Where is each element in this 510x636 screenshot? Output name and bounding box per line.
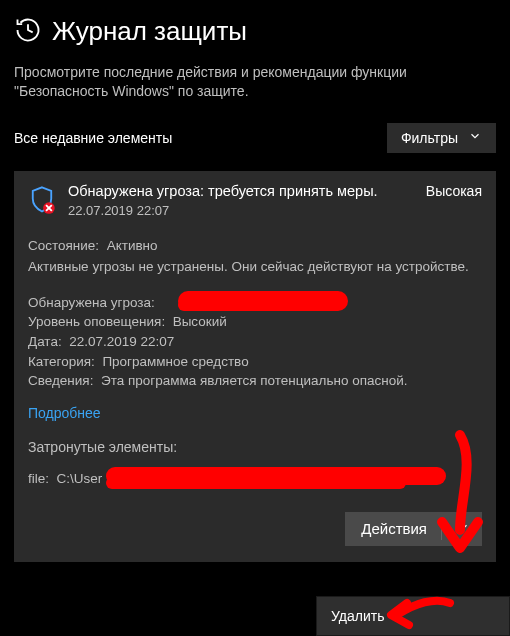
status-line: Состояние: Активно bbox=[28, 236, 482, 256]
status-description: Активные угрозы не устранены. Они сейчас… bbox=[28, 257, 482, 277]
alert-level-line: Уровень оповещения: Высокий bbox=[28, 312, 482, 332]
threat-card: Обнаружена угроза: требуется принять мер… bbox=[14, 171, 496, 562]
redaction-mark bbox=[106, 477, 406, 489]
date-line: Дата: 22.07.2019 22:07 bbox=[28, 332, 482, 352]
threat-title: Обнаружена угроза: требуется принять мер… bbox=[68, 183, 378, 199]
page-title: Журнал защиты bbox=[52, 16, 247, 47]
recent-items-label[interactable]: Все недавние элементы bbox=[14, 130, 172, 146]
affected-items-label: Затронутые элементы: bbox=[28, 439, 482, 455]
shield-alert-icon bbox=[28, 183, 58, 218]
actions-label: Действия bbox=[361, 520, 427, 537]
chevron-down-icon bbox=[468, 129, 482, 146]
more-details-link[interactable]: Подробнее bbox=[28, 405, 101, 421]
info-line: Сведения: Эта программа является потенци… bbox=[28, 371, 482, 391]
actions-button[interactable]: Действия bbox=[345, 512, 482, 546]
filters-label: Фильтры bbox=[401, 130, 458, 146]
threat-timestamp: 22.07.2019 22:07 bbox=[68, 203, 378, 218]
severity-badge: Высокая bbox=[426, 183, 482, 199]
category-line: Категория: Программное средство bbox=[28, 352, 482, 372]
affected-file-line: file: C:\User bbox=[28, 471, 482, 486]
actions-menu: Удалить bbox=[316, 596, 510, 636]
delete-menu-item[interactable]: Удалить bbox=[317, 597, 509, 635]
history-icon bbox=[14, 16, 42, 47]
filters-button[interactable]: Фильтры bbox=[387, 123, 496, 153]
page-subtitle: Просмотрите последние действия и рекомен… bbox=[14, 63, 494, 101]
chevron-down-icon bbox=[456, 520, 470, 537]
redaction-mark bbox=[178, 299, 308, 311]
page-header: Журнал защиты bbox=[14, 16, 496, 47]
